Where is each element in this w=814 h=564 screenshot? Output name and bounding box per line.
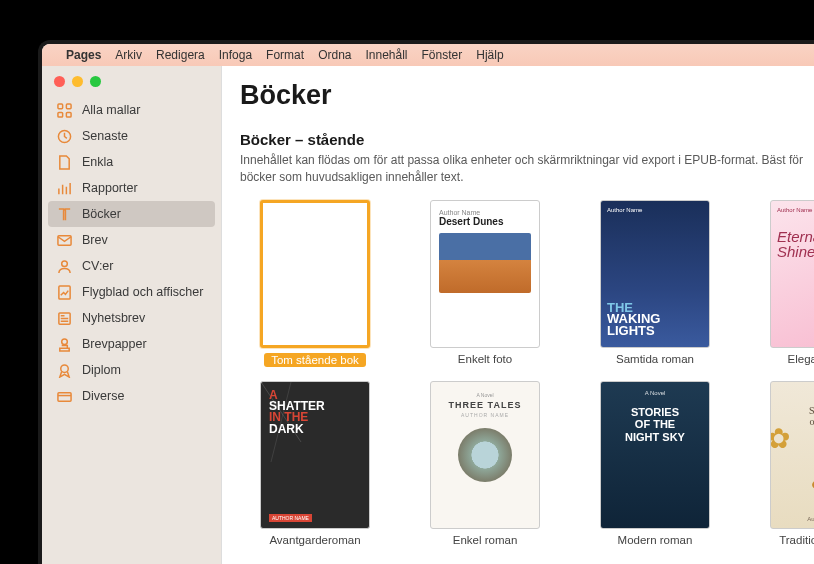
clock-icon <box>56 128 72 144</box>
envelope-icon <box>56 232 72 248</box>
menu-arkiv[interactable]: Arkiv <box>115 48 142 62</box>
sidebar-item-label: Enkla <box>82 155 113 169</box>
template-enkel-roman[interactable]: A NovelTHREE TALESAUTHOR NAMEEnkel roman <box>410 381 560 546</box>
template-label: Samtida roman <box>616 353 694 365</box>
section-title: Böcker – stående <box>240 131 814 148</box>
sidebar-item-brev[interactable]: Brev <box>42 227 221 253</box>
svg-rect-0 <box>57 103 62 108</box>
minimize-window-button[interactable] <box>72 76 83 87</box>
template-enkelt-foto[interactable]: Author NameDesert DunesEnkelt foto <box>410 200 560 367</box>
template-content: Böcker Böcker – stående Innehållet kan f… <box>222 66 814 564</box>
svg-point-9 <box>61 338 67 344</box>
menu-infoga[interactable]: Infoga <box>219 48 252 62</box>
sidebar-item-label: Alla mallar <box>82 103 140 117</box>
template-label: Modern roman <box>618 534 693 546</box>
sidebar-item-rapporter[interactable]: Rapporter <box>42 175 221 201</box>
template-traditionell-roman[interactable]: TheSeasonsof Paris✿❀✤Author NameTraditio… <box>750 381 814 546</box>
sidebar-item-b-cker[interactable]: Böcker <box>48 201 215 227</box>
sidebar-item-label: Flygblad och affischer <box>82 285 203 299</box>
window-controls <box>42 72 221 97</box>
sidebar-item-label: Diplom <box>82 363 121 377</box>
template-elegant-roman[interactable]: Author NameEternalShineElegant roman <box>750 200 814 367</box>
svg-point-6 <box>61 260 67 266</box>
person-icon <box>56 258 72 274</box>
template-modern-roman[interactable]: A NovelSTORIESOF THENIGHT SKYModern roma… <box>580 381 730 546</box>
book-icon <box>56 206 72 222</box>
ribbon-icon <box>56 362 72 378</box>
template-label: Avantgarderoman <box>269 534 360 546</box>
sidebar: Alla mallarSenasteEnklaRapporterBöckerBr… <box>42 66 222 564</box>
svg-rect-5 <box>57 235 70 244</box>
sidebar-item-label: Senaste <box>82 129 128 143</box>
close-window-button[interactable] <box>54 76 65 87</box>
menu-format[interactable]: Format <box>266 48 304 62</box>
svg-point-10 <box>60 364 68 372</box>
sidebar-item-label: CV:er <box>82 259 114 273</box>
svg-rect-2 <box>57 112 62 117</box>
sidebar-item-enkla[interactable]: Enkla <box>42 149 221 175</box>
template-tom-st-ende-bok[interactable]: Tom stående bok <box>240 200 390 367</box>
sidebar-item-brevpapper[interactable]: Brevpapper <box>42 331 221 357</box>
template-avantgarderoman[interactable]: ASHATTERIN THEDARKAUTHOR NAMEAvantgarder… <box>240 381 390 546</box>
sidebar-item-label: Nyhetsbrev <box>82 311 145 325</box>
zoom-window-button[interactable] <box>90 76 101 87</box>
menu-ordna[interactable]: Ordna <box>318 48 351 62</box>
menubar: Pages Arkiv Redigera Infoga Format Ordna… <box>42 44 814 66</box>
sidebar-item-label: Rapporter <box>82 181 138 195</box>
sidebar-item-flygblad-och-affischer[interactable]: Flygblad och affischer <box>42 279 221 305</box>
template-label: Enkelt foto <box>458 353 512 365</box>
grid-icon <box>56 102 72 118</box>
sidebar-item-label: Brev <box>82 233 108 247</box>
sidebar-item-label: Diverse <box>82 389 124 403</box>
sidebar-item-alla-mallar[interactable]: Alla mallar <box>42 97 221 123</box>
svg-rect-1 <box>66 103 71 108</box>
section-subtitle: Innehållet kan flödas om för att passa o… <box>240 152 814 186</box>
menu-hjalp[interactable]: Hjälp <box>476 48 503 62</box>
svg-rect-11 <box>57 392 70 400</box>
sidebar-item-cv-er[interactable]: CV:er <box>42 253 221 279</box>
menu-redigera[interactable]: Redigera <box>156 48 205 62</box>
template-label: Elegant roman <box>788 353 814 365</box>
card-icon <box>56 388 72 404</box>
stamp-icon <box>56 336 72 352</box>
sidebar-item-senaste[interactable]: Senaste <box>42 123 221 149</box>
template-label: Enkel roman <box>453 534 518 546</box>
page-title: Böcker <box>240 80 814 111</box>
svg-rect-3 <box>66 112 71 117</box>
menu-innehall[interactable]: Innehåll <box>365 48 407 62</box>
sidebar-item-label: Brevpapper <box>82 337 147 351</box>
menu-fonster[interactable]: Fönster <box>422 48 463 62</box>
poster-icon <box>56 284 72 300</box>
sidebar-item-nyhetsbrev[interactable]: Nyhetsbrev <box>42 305 221 331</box>
template-label: Traditionell roman <box>779 534 814 546</box>
menu-app[interactable]: Pages <box>66 48 101 62</box>
chart-icon <box>56 180 72 196</box>
sidebar-item-diverse[interactable]: Diverse <box>42 383 221 409</box>
sidebar-item-diplom[interactable]: Diplom <box>42 357 221 383</box>
page-icon <box>56 154 72 170</box>
newspaper-icon <box>56 310 72 326</box>
sidebar-item-label: Böcker <box>82 207 121 221</box>
template-samtida-roman[interactable]: Author NameTHEWAKINGLIGHTSSamtida roman <box>580 200 730 367</box>
template-label: Tom stående bok <box>264 353 366 367</box>
